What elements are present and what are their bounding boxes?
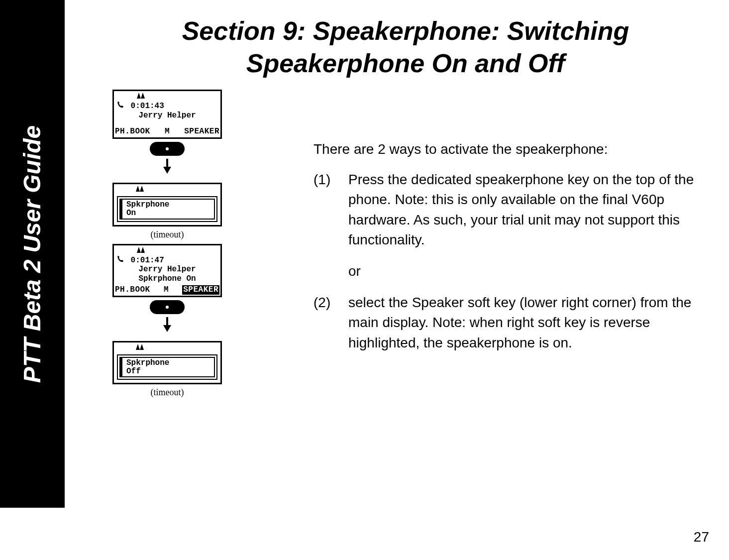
phone-screen-2: 0:01:47 Jerry Helper Spkrphone On PH.BOO… [112,244,222,297]
phone-screen-popup-on: Spkrphone On [112,183,222,226]
page-number: 27 [694,529,709,545]
svg-marker-4 [137,247,141,253]
softkey-left-1: PH.BOOK [115,127,150,136]
list-num-2: (2) [313,293,348,353]
svg-marker-7 [140,344,144,350]
call-time-1: 0:01:43 [131,102,164,111]
svg-marker-0 [137,93,141,99]
list-item-1: (1) Press the dedicated speakerphone key… [313,170,722,250]
caller-name-2: Jerry Helper [117,265,217,274]
signal-icon [137,246,145,255]
arrow-down-icon [163,325,171,332]
softkey-mid-1: M [165,127,170,136]
phone-diagram: 0:01:43 Jerry Helper PH.BOOK M SPEAKER [112,90,222,402]
list-text-1: Press the dedicated speakerphone key on … [348,170,722,250]
status-line-2: Spkrphone On [117,274,217,283]
svg-marker-5 [141,247,145,253]
popup-off-line2: Off [126,367,212,376]
intro-line: There are 2 ways to activate the speaker… [313,139,722,160]
or-label: or [348,261,722,282]
timeout-caption-1: (timeout) [112,229,222,240]
phone-screen-1: 0:01:43 Jerry Helper PH.BOOK M SPEAKER [112,90,222,139]
phone-screen-popup-off: Spkrphone Off [112,341,222,385]
svg-marker-1 [141,93,145,99]
softkey-right-1: SPEAKER [184,127,219,136]
signal-icon [136,185,144,194]
list-num-1: (1) [313,170,348,250]
popup-off-line1: Spkrphone [126,359,212,367]
body-text: There are 2 ways to activate the speaker… [313,139,722,364]
caller-name-1: Jerry Helper [117,111,217,120]
svg-marker-6 [136,344,140,350]
phone-icon [117,255,124,265]
popup-on-line2: On [126,209,212,218]
call-time-2: 0:01:47 [131,256,164,265]
sidebar: PTT Beta 2 User Guide [0,0,65,508]
softkey-left-2: PH.BOOK [115,285,150,294]
softkey-right-2-inverted: SPEAKER [182,285,219,294]
phone-icon [117,101,124,111]
list-text-2: select the Speaker soft key (lower right… [348,293,722,353]
arrow-down-icon [163,167,171,174]
svg-marker-3 [140,186,144,192]
section-heading: Section 9: Speakerphone: Switching Speak… [100,15,712,80]
popup-on-line1: Spkrphone [126,201,212,209]
nav-button-2 [150,300,185,314]
nav-button-1 [150,142,185,156]
softkey-mid-2: M [164,285,169,294]
svg-marker-2 [136,186,140,192]
sidebar-title: PTT Beta 2 User Guide [19,125,46,382]
timeout-caption-2: (timeout) [112,387,222,398]
signal-icon [136,343,144,352]
signal-icon [137,92,145,101]
list-item-2: (2) select the Speaker soft key (lower r… [313,293,722,353]
